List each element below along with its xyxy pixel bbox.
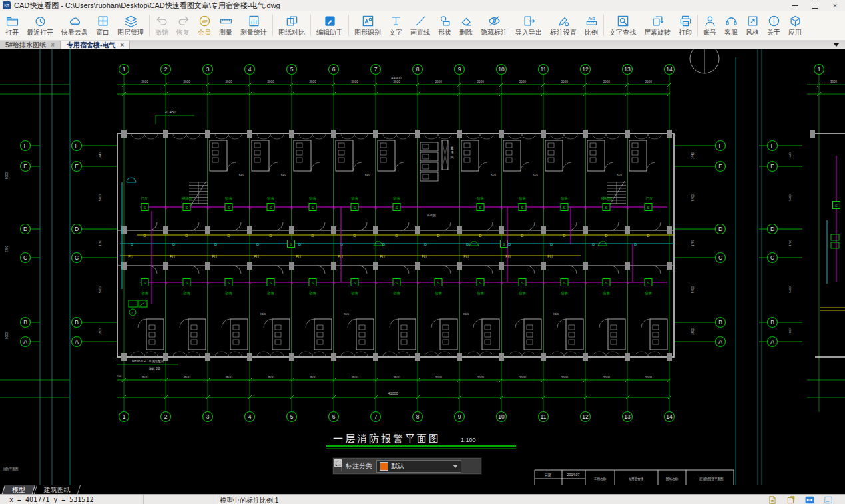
svg-text:宿舍: 宿舍: [603, 291, 611, 296]
svg-text:FH: FH: [128, 254, 133, 258]
svg-text:宿舍: 宿舍: [435, 291, 443, 296]
svg-text:8: 8: [416, 413, 420, 420]
toolbar-button-style[interactable]: 风格: [742, 11, 763, 40]
export-image-icon[interactable]: [768, 495, 777, 504]
svg-text:KD1: KD1: [533, 173, 539, 176]
svg-text:B: B: [131, 242, 133, 246]
cad-drawing-svg[interactable]: 1122334455667788991010111112121313141436…: [0, 49, 845, 485]
svg-text:FH: FH: [338, 254, 342, 258]
window-panel-icon[interactable]: [824, 495, 833, 504]
svg-text:3600: 3600: [603, 376, 610, 379]
toolbar-button-label: 形状: [438, 28, 451, 37]
toolbar-button-rotate[interactable]: 屏幕旋转: [640, 11, 675, 40]
sheet-tab-model[interactable]: 模型: [2, 485, 36, 494]
svg-text:宿舍: 宿舍: [561, 291, 569, 296]
toolbar-button-service[interactable]: 客服: [720, 11, 742, 40]
minimize-button[interactable]: [785, 0, 805, 11]
svg-text:B: B: [466, 242, 469, 246]
svg-text:3600: 3600: [267, 80, 274, 83]
toolbar-button-open[interactable]: 打开: [1, 11, 23, 40]
toolbar-button-layers[interactable]: 图层管理: [113, 11, 148, 40]
toolbar-divider: [348, 15, 349, 36]
svg-text:1800: 1800: [788, 328, 792, 335]
svg-text:一层消防报警平面图: 一层消防报警平面图: [696, 477, 723, 481]
toolbar-button-recognize[interactable]: 图形识别: [350, 11, 385, 40]
toolbar-button-line[interactable]: 画直线: [406, 11, 434, 40]
svg-text:坡起 J.8: 坡起 J.8: [148, 367, 160, 371]
cloud-icon: [69, 15, 81, 27]
toolbar-button-vip[interactable]: VIP会员: [194, 11, 215, 40]
measure-icon: [220, 15, 232, 27]
svg-text:FH: FH: [380, 254, 384, 258]
svg-text:S: S: [353, 206, 356, 210]
svg-text:S: S: [143, 206, 146, 210]
toolbar-button-recent[interactable]: 最近打开: [23, 11, 57, 40]
measure-stats-icon: [248, 15, 260, 27]
export-pdf-icon[interactable]: [786, 495, 796, 504]
pc-transfer-icon[interactable]: [805, 495, 814, 504]
svg-text:宿舍: 宿舍: [393, 196, 401, 201]
toolbar-button-annot-settings[interactable]: 标注设置: [546, 11, 581, 40]
toolbar-button-print[interactable]: 打印: [675, 11, 696, 40]
svg-text:5400: 5400: [788, 194, 792, 201]
room-labels: 宿舍宿舍宿舍宿舍宿舍宿舍宿舍宿舍宿舍宿舍宿舍宿舍宿舍宿舍宿舍宿舍宿舍宿舍宿舍宿舍…: [141, 173, 654, 316]
compare-icon: [286, 15, 298, 27]
sheet-tab-label: 模型: [12, 485, 25, 494]
rotate-icon: [651, 15, 664, 27]
toolbar-button-erase[interactable]: 删除: [455, 11, 477, 40]
toolbar-button-text[interactable]: 文字: [385, 11, 406, 40]
document-tab[interactable]: 5#给排水图纸×: [0, 41, 61, 49]
svg-text:7200: 7200: [5, 245, 9, 252]
toolbar-button-scale[interactable]: A:B比例: [581, 11, 602, 40]
svg-text:宿舍: 宿舍: [183, 291, 191, 296]
toolbar-button-redo[interactable]: 恢复: [172, 11, 194, 40]
toolbar-button-measure[interactable]: 测量: [215, 11, 236, 40]
svg-text:S: S: [269, 281, 272, 285]
toolbar-button-window[interactable]: 窗口: [92, 11, 113, 40]
toolbar-button-about[interactable]: 关于: [763, 11, 784, 40]
svg-text:F: F: [770, 142, 774, 149]
svg-text:KD1: KD1: [553, 312, 559, 316]
svg-text:B: B: [172, 242, 175, 246]
toolbar-button-shapes[interactable]: 形状: [434, 11, 455, 40]
window-icon: [97, 15, 109, 27]
toolbar-button-measure-stats[interactable]: 测量统计: [236, 11, 271, 40]
staircases: [189, 181, 626, 206]
toolbar-button-import-export[interactable]: 导入导出: [511, 11, 546, 40]
apps-icon: [789, 15, 802, 27]
toolbar-button-label: 客服: [724, 28, 738, 37]
svg-text:宿舍: 宿舍: [267, 196, 275, 201]
tab-menu-caret-icon[interactable]: [833, 43, 840, 47]
toolbar-button-account[interactable]: 账号: [699, 11, 720, 40]
layers-icon: [125, 15, 137, 27]
toolbar-button-undo[interactable]: 撤销: [151, 11, 172, 40]
maximize-button[interactable]: [805, 0, 825, 11]
svg-text:8000: 8000: [5, 172, 9, 179]
toolbar-button-cloud[interactable]: 快看云盘: [57, 11, 92, 40]
erase-icon: [460, 15, 473, 27]
annotation-category-select[interactable]: 默认: [376, 460, 461, 473]
svg-text:宿舍: 宿舍: [309, 291, 317, 296]
svg-text:B: B: [718, 319, 722, 326]
tab-close-icon[interactable]: ×: [51, 41, 55, 49]
toolbar-button-apps[interactable]: 应用: [784, 11, 806, 40]
sheet-tab-layout[interactable]: 建筑图纸: [34, 485, 81, 494]
toolbar-button-compare[interactable]: 图纸对比: [274, 11, 309, 40]
svg-text:S: S: [353, 281, 356, 285]
toolbar-button-edit-assist[interactable]: 编辑助手: [312, 11, 347, 40]
svg-text:E: E: [718, 163, 722, 170]
svg-text:3600: 3600: [519, 80, 526, 83]
close-button[interactable]: ×: [825, 0, 845, 11]
svg-text:FH: FH: [212, 254, 216, 258]
toolbar-button-hide-annot[interactable]: 隐藏标注: [477, 11, 511, 40]
toolbar-button-find-text[interactable]: 文字查找: [605, 11, 640, 40]
svg-text:KD1: KD1: [463, 312, 469, 316]
document-tab[interactable]: 专用宿舍楼-电气×: [61, 41, 130, 49]
svg-text:9: 9: [458, 66, 461, 73]
svg-text:FH: FH: [422, 254, 426, 258]
svg-text:2: 2: [164, 66, 168, 73]
toolbar-button-label: 文字: [389, 28, 402, 37]
svg-text:9: 9: [458, 413, 461, 420]
tab-close-icon[interactable]: ×: [120, 41, 124, 49]
cad-canvas[interactable]: 1122334455667788991010111112121313141436…: [0, 49, 845, 485]
